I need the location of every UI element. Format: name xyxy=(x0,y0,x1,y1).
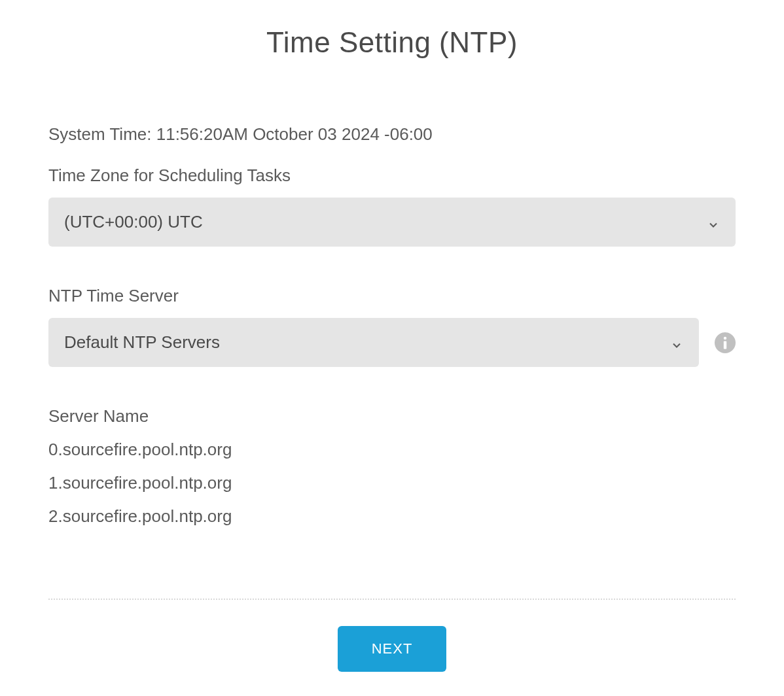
svg-rect-1 xyxy=(724,341,726,349)
info-icon[interactable] xyxy=(715,332,736,353)
system-time-value: 11:56:20AM October 03 2024 -06:00 xyxy=(156,124,433,144)
timezone-selected-value: (UTC+00:00) UTC xyxy=(64,212,203,232)
list-item: 2.sourcefire.pool.ntp.org xyxy=(48,506,736,527)
ntp-server-label: NTP Time Server xyxy=(48,286,736,306)
list-item: 0.sourcefire.pool.ntp.org xyxy=(48,440,736,460)
server-list-header: Server Name xyxy=(48,406,736,426)
svg-point-0 xyxy=(724,336,726,339)
ntp-server-selected-value: Default NTP Servers xyxy=(64,332,220,353)
divider xyxy=(48,599,736,600)
server-list: Server Name 0.sourcefire.pool.ntp.org 1.… xyxy=(48,406,736,527)
ntp-server-select[interactable]: Default NTP Servers xyxy=(48,318,699,367)
page-title: Time Setting (NTP) xyxy=(48,26,736,59)
timezone-select[interactable]: (UTC+00:00) UTC xyxy=(48,198,736,247)
timezone-label: Time Zone for Scheduling Tasks xyxy=(48,165,736,186)
list-item: 1.sourcefire.pool.ntp.org xyxy=(48,473,736,493)
next-button[interactable]: NEXT xyxy=(338,626,447,672)
chevron-down-icon xyxy=(670,336,683,349)
chevron-down-icon xyxy=(707,216,720,229)
system-time-label: System Time: xyxy=(48,124,151,144)
system-time-display: System Time: 11:56:20AM October 03 2024 … xyxy=(48,124,736,145)
